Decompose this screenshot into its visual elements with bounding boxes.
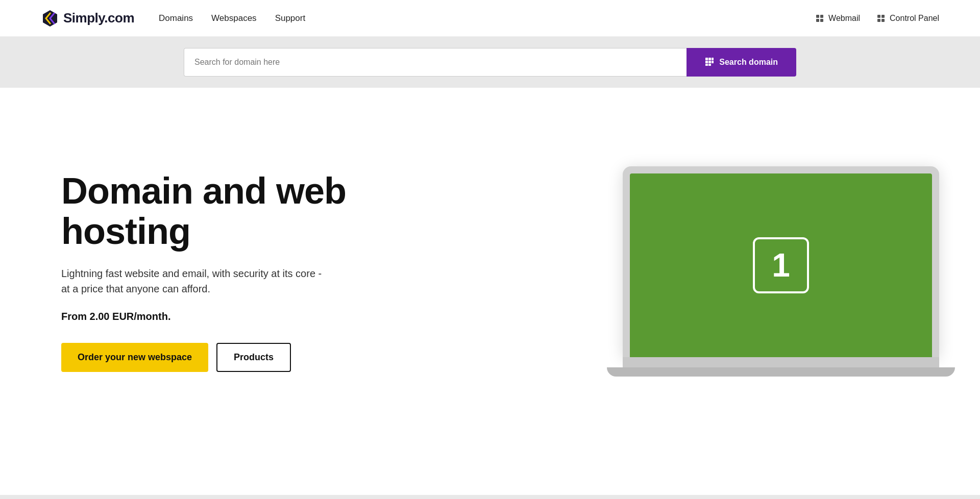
search-domain-button[interactable]: Search domain: [687, 48, 796, 77]
nav-link-support[interactable]: Support: [275, 13, 306, 23]
svg-rect-16: [712, 61, 714, 63]
search-section: Search domain: [0, 37, 980, 88]
nav-item-webspaces[interactable]: Webspaces: [211, 13, 257, 23]
nav-item-support[interactable]: Support: [275, 13, 306, 23]
hero-title: Domain and web hosting: [61, 171, 368, 252]
number-box: 1: [753, 237, 809, 293]
svg-rect-18: [708, 64, 711, 66]
control-panel-label: Control Panel: [890, 14, 939, 23]
products-button[interactable]: Products: [216, 343, 291, 372]
navbar: Simply.com Domains Webspaces Support: [0, 0, 980, 37]
nav-links: Domains Webspaces Support: [159, 13, 305, 23]
search-domain-label: Search domain: [719, 58, 778, 67]
svg-rect-4: [820, 15, 823, 18]
svg-rect-8: [881, 15, 885, 18]
svg-rect-17: [705, 64, 708, 66]
grid-icon-control-panel: [876, 14, 886, 23]
svg-rect-7: [877, 15, 880, 18]
webmail-link[interactable]: Webmail: [815, 14, 860, 23]
svg-rect-13: [712, 58, 714, 60]
laptop-screen-outer: 1: [623, 166, 939, 357]
logo-icon: [41, 9, 59, 28]
nav-link-webspaces[interactable]: Webspaces: [211, 13, 257, 23]
nav-link-domains[interactable]: Domains: [159, 13, 193, 23]
navbar-right: Webmail Control Panel: [815, 14, 939, 23]
hero-subtitle: Lightning fast website and email, with s…: [61, 266, 327, 296]
svg-rect-3: [816, 15, 819, 18]
logo[interactable]: Simply.com: [41, 9, 134, 28]
svg-rect-11: [705, 58, 708, 60]
hero-price: From 2.00 EUR/month.: [61, 311, 368, 322]
svg-rect-10: [881, 19, 885, 22]
logo-text: Simply.com: [63, 10, 134, 26]
order-webspace-button[interactable]: Order your new webspace: [61, 343, 208, 372]
hero-visual: 1: [623, 166, 939, 377]
nav-item-domains[interactable]: Domains: [159, 13, 193, 23]
svg-rect-12: [708, 58, 711, 60]
svg-rect-14: [705, 61, 708, 63]
laptop-number: 1: [772, 249, 790, 282]
search-input[interactable]: [184, 48, 687, 77]
hero-buttons: Order your new webspace Products: [61, 343, 368, 372]
svg-rect-6: [820, 19, 823, 22]
navbar-left: Simply.com Domains Webspaces Support: [41, 9, 305, 28]
search-wrapper: Search domain: [184, 48, 796, 77]
laptop-illustration: 1: [623, 166, 939, 377]
svg-rect-9: [877, 19, 880, 22]
svg-rect-15: [708, 61, 711, 63]
hero-section: Domain and web hosting Lightning fast we…: [0, 88, 980, 445]
grid-icon-webmail: [815, 14, 824, 23]
laptop-bottom: [607, 367, 955, 377]
laptop-screen-inner: 1: [630, 173, 932, 357]
laptop-base: [623, 357, 939, 367]
hero-content: Domain and web hosting Lightning fast we…: [61, 171, 368, 372]
search-domain-icon: [705, 57, 714, 68]
bottom-bar: [0, 495, 980, 499]
webmail-label: Webmail: [828, 14, 860, 23]
control-panel-link[interactable]: Control Panel: [876, 14, 939, 23]
svg-rect-5: [816, 19, 819, 22]
